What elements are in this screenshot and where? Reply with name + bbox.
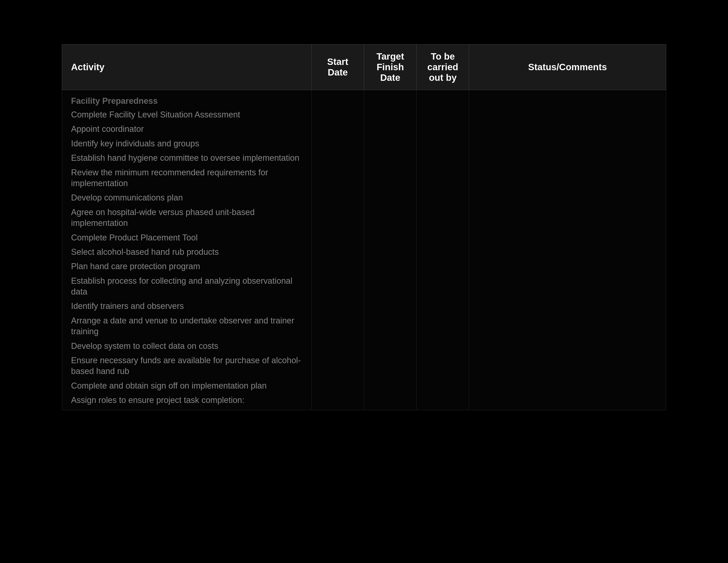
header-status: Status/Comments bbox=[469, 44, 666, 90]
list-item: Establish hand hygiene committee to over… bbox=[71, 151, 307, 165]
list-item: Develop communications plan bbox=[71, 190, 307, 205]
list-item: Identify trainers and observers bbox=[71, 299, 307, 313]
list-item: Identify key individuals and groups bbox=[71, 136, 307, 151]
activity-list: Facility Preparedness Complete Facility … bbox=[62, 90, 311, 410]
list-item: Assign roles to ensure project task comp… bbox=[71, 393, 307, 407]
header-start-date: Start Date bbox=[311, 44, 364, 90]
facility-preparedness-row: Facility Preparedness Complete Facility … bbox=[62, 90, 666, 410]
activity-items: Complete Facility Level Situation Assess… bbox=[71, 107, 307, 408]
status-cell bbox=[469, 90, 666, 410]
header-activity: Activity bbox=[62, 44, 311, 90]
list-item: Establish process for collecting and ana… bbox=[71, 274, 307, 299]
carried-out-cell bbox=[417, 90, 469, 410]
main-table-container: Activity Start Date Target Finish Date T… bbox=[62, 44, 666, 410]
list-item: Develop system to collect data on costs bbox=[71, 339, 307, 353]
section-header-facility: Facility Preparedness bbox=[71, 92, 307, 107]
finish-date-cell bbox=[364, 90, 417, 410]
table-header-row: Activity Start Date Target Finish Date T… bbox=[62, 44, 666, 90]
list-item: Plan hand care protection program bbox=[71, 259, 307, 273]
list-item: Complete Product Placement Tool bbox=[71, 230, 307, 245]
list-item: Select alcohol-based hand rub products bbox=[71, 245, 307, 259]
list-item: Appoint coordinator bbox=[71, 122, 307, 136]
list-item: Review the minimum recommended requireme… bbox=[71, 165, 307, 191]
header-finish-date: Target Finish Date bbox=[364, 44, 417, 90]
list-item: Ensure necessary funds are available for… bbox=[71, 353, 307, 379]
list-item: Arrange a date and venue to undertake ob… bbox=[71, 314, 307, 339]
header-carried-out: To be carried out by bbox=[417, 44, 469, 90]
activity-cell: Facility Preparedness Complete Facility … bbox=[62, 90, 311, 410]
start-date-cell bbox=[311, 90, 364, 410]
activity-table: Activity Start Date Target Finish Date T… bbox=[62, 44, 666, 410]
list-item: Agree on hospital-wide versus phased uni… bbox=[71, 205, 307, 230]
list-item: Complete and obtain sign off on implemen… bbox=[71, 379, 307, 393]
list-item: Complete Facility Level Situation Assess… bbox=[71, 107, 307, 122]
